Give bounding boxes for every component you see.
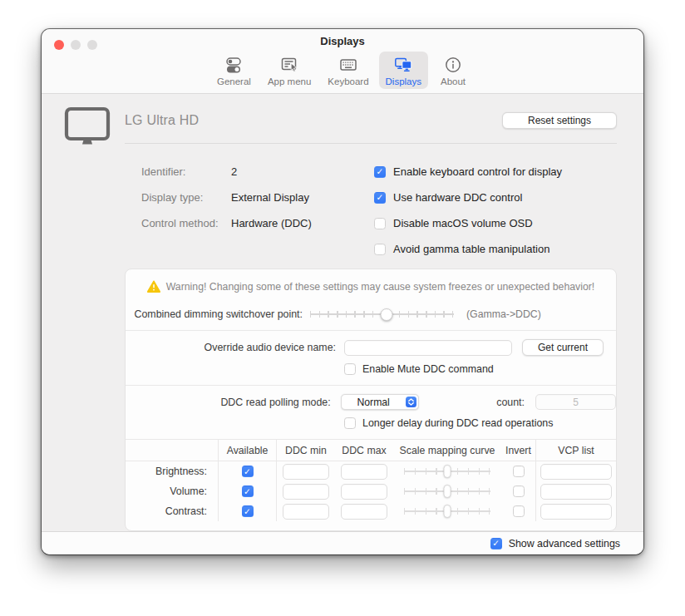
- toggles-icon: [224, 55, 244, 75]
- table-header-vcp: VCP list: [536, 440, 616, 461]
- delay-label: Longer delay during DDC read operations: [362, 417, 553, 429]
- slider-handle[interactable]: [444, 465, 451, 478]
- available-checkbox[interactable]: [242, 485, 254, 497]
- longer-delay-checkbox[interactable]: [344, 417, 356, 429]
- advanced-settings-panel: Warning! Changing some of these settings…: [125, 269, 617, 531]
- info-label: Identifier:: [141, 165, 231, 178]
- displays-icon: [393, 55, 413, 75]
- avoid-gamma-checkbox[interactable]: [374, 244, 386, 255]
- curve-slider[interactable]: [404, 484, 490, 499]
- disable-osd-checkbox[interactable]: [374, 218, 386, 229]
- table-cell: [219, 501, 277, 521]
- curve-slider[interactable]: [404, 504, 490, 519]
- slider-handle[interactable]: [444, 505, 451, 518]
- hardware-ddc-checkbox[interactable]: [374, 192, 386, 204]
- count-input[interactable]: [535, 394, 616, 410]
- polling-mode-select[interactable]: Normal: [341, 394, 420, 410]
- controls-table: Available DDC min DDC max Scale mapping …: [126, 440, 616, 521]
- tab-general[interactable]: General: [210, 52, 258, 89]
- ddc-min-input[interactable]: [283, 484, 329, 500]
- polling-label: DDC read polling mode:: [126, 397, 331, 408]
- keyboard-icon: [338, 55, 358, 75]
- table-cell: [536, 461, 616, 481]
- warning-row: Warning! Changing some of these settings…: [126, 269, 616, 298]
- count-label: count:: [496, 397, 525, 408]
- window-footer: Show advanced settings: [42, 531, 643, 554]
- table-cell: [335, 481, 393, 501]
- info-label: Display type:: [141, 191, 231, 204]
- table-header-ddc-max: DDC max: [335, 440, 393, 461]
- table-cell: [393, 461, 501, 481]
- table-cell: [219, 481, 277, 501]
- ddc-min-input[interactable]: [283, 464, 329, 480]
- audio-block: Override audio device name: Get current …: [126, 331, 616, 385]
- table-cell: [536, 481, 616, 501]
- table-cell: [277, 501, 335, 521]
- info-row: Display type: External Display: [141, 185, 374, 210]
- tab-about[interactable]: About: [431, 52, 475, 89]
- tab-label: App menu: [268, 76, 311, 86]
- table-cell: [393, 501, 501, 521]
- option-label: Enable keyboard control for display: [393, 165, 562, 178]
- info-value: External Display: [231, 191, 309, 204]
- mute-label: Enable Mute DDC command: [362, 363, 494, 375]
- option-row: Use hardware DDC control: [374, 185, 617, 210]
- tab-displays[interactable]: Displays: [379, 52, 428, 89]
- delay-row: Longer delay during DDC read operations: [344, 416, 616, 431]
- preferences-toolbar: General App menu: [42, 52, 643, 89]
- table-cell: [501, 461, 536, 481]
- slider-handle[interactable]: [380, 308, 392, 321]
- table-header-blank: [126, 440, 219, 461]
- ddc-max-input[interactable]: [341, 464, 387, 480]
- dimming-slider[interactable]: [310, 307, 454, 322]
- table-row-label: Volume:: [126, 481, 219, 501]
- keyboard-control-checkbox[interactable]: [374, 166, 386, 178]
- available-checkbox[interactable]: [242, 466, 254, 477]
- table-row-label: Brightness:: [126, 461, 219, 481]
- option-label: Disable macOS volume OSD: [393, 217, 533, 229]
- table-cell: [277, 481, 335, 501]
- dimming-caption: (Gamma->DDC): [466, 308, 541, 320]
- ddc-max-input[interactable]: [341, 484, 387, 500]
- info-label: Control method:: [141, 217, 231, 229]
- selected-mode: Normal: [342, 397, 406, 408]
- table-cell: [393, 481, 501, 501]
- tab-label: Displays: [386, 76, 421, 86]
- window-header: Displays General: [42, 29, 643, 94]
- option-row: Enable keyboard control for display: [374, 159, 617, 185]
- invert-checkbox[interactable]: [513, 466, 525, 477]
- vcp-list-input[interactable]: [540, 484, 612, 500]
- tab-app-menu[interactable]: App menu: [261, 52, 318, 89]
- audio-label: Override audio device name:: [126, 342, 336, 353]
- warning-icon: [147, 280, 160, 293]
- mute-ddc-checkbox[interactable]: [344, 363, 356, 375]
- table-row-label: Contrast:: [126, 501, 219, 521]
- divider: [125, 143, 617, 144]
- menu-doc-icon: [279, 55, 299, 75]
- ddc-max-input[interactable]: [341, 504, 387, 520]
- invert-checkbox[interactable]: [513, 485, 525, 497]
- tab-label: About: [441, 76, 466, 86]
- option-label: Use hardware DDC control: [393, 191, 522, 204]
- polling-block: DDC read polling mode: Normal count:: [126, 386, 616, 439]
- curve-slider[interactable]: [404, 464, 490, 479]
- warning-text: Warning! Changing some of these settings…: [166, 281, 595, 293]
- ddc-min-input[interactable]: [283, 504, 329, 520]
- table-cell: [335, 501, 393, 521]
- get-current-button[interactable]: Get current: [522, 339, 604, 356]
- table-header-ddc-min: DDC min: [277, 440, 335, 461]
- slider-handle[interactable]: [444, 485, 451, 498]
- available-checkbox[interactable]: [242, 505, 254, 517]
- table-header-curve: Scale mapping curve: [393, 440, 501, 461]
- show-advanced-checkbox[interactable]: [490, 538, 502, 549]
- audio-name-input[interactable]: [344, 340, 512, 356]
- vcp-list-input[interactable]: [540, 464, 612, 480]
- vcp-list-input[interactable]: [540, 504, 612, 520]
- displays-window: Displays General: [42, 29, 643, 554]
- table-cell: [335, 461, 393, 481]
- info-icon: [443, 55, 463, 75]
- table-cell: [501, 501, 536, 521]
- tab-keyboard[interactable]: Keyboard: [321, 52, 375, 89]
- reset-settings-button[interactable]: Reset settings: [502, 112, 617, 129]
- invert-checkbox[interactable]: [513, 505, 525, 517]
